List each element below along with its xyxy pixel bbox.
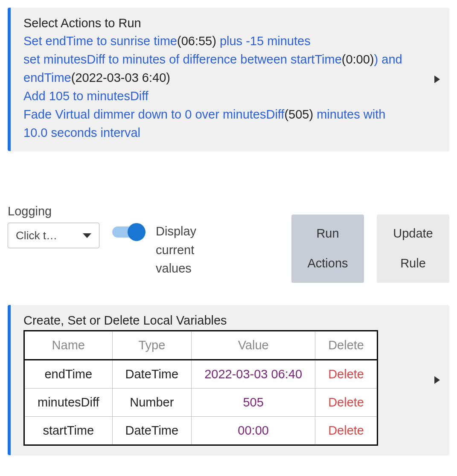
table-row: minutesDiff Number 505 Delete (24, 388, 378, 416)
logging-dropdown-text: Click t… (16, 229, 57, 242)
expand-right-icon[interactable] (434, 376, 440, 384)
actions-panel-title: Select Actions to Run (23, 16, 437, 30)
delete-button[interactable]: Delete (315, 388, 378, 416)
var-name[interactable]: minutesDiff (24, 388, 113, 416)
table-header-row: Name Type Value Delete (24, 331, 378, 360)
display-values-toggle[interactable] (112, 226, 144, 238)
var-value[interactable]: 00:00 (192, 416, 315, 445)
action-text[interactable]: Add 105 to minutesDiff (23, 89, 148, 103)
logging-block: Logging Click t… (8, 204, 99, 248)
delete-button[interactable]: Delete (315, 360, 378, 388)
update-rule-button[interactable]: Update Rule (377, 215, 449, 282)
action-text: (505) (284, 107, 313, 121)
var-name[interactable]: startTime (24, 416, 113, 445)
action-text: ) (374, 52, 378, 66)
var-name[interactable]: endTime (24, 360, 113, 388)
col-delete: Delete (315, 331, 378, 360)
actions-panel: Select Actions to Run Set endTime to sun… (8, 8, 449, 151)
actions-body: Set endTime to sunrise time(06:55) plus … (23, 32, 437, 142)
variables-panel-title: Create, Set or Delete Local Variables (23, 313, 437, 328)
col-value: Value (192, 331, 315, 360)
chevron-down-icon (83, 233, 91, 238)
var-type: Number (112, 388, 192, 416)
var-type: DateTime (112, 360, 192, 388)
variables-table: Name Type Value Delete endTime DateTime … (23, 330, 378, 446)
action-text: (0:00) (342, 52, 374, 66)
action-text[interactable]: plus -15 minutes (216, 34, 311, 48)
expand-right-icon[interactable] (434, 75, 440, 83)
var-value[interactable]: 2022-03-03 06:40 (192, 360, 315, 388)
action-text[interactable]: set minutesDiff to minutes of difference… (23, 52, 342, 66)
delete-button[interactable]: Delete (315, 416, 378, 445)
toggle-knob (128, 223, 146, 241)
variables-panel: Create, Set or Delete Local Variables Na… (8, 305, 449, 455)
display-values-toggle-block: Display current values (112, 222, 228, 278)
action-text[interactable]: Set endTime to sunrise time (23, 34, 177, 48)
var-value[interactable]: 505 (192, 388, 315, 416)
action-text[interactable]: Fade Virtual dimmer down to 0 over minut… (23, 107, 284, 121)
table-row: startTime DateTime 00:00 Delete (24, 416, 378, 445)
logging-dropdown[interactable]: Click t… (8, 223, 99, 248)
display-values-label: Display current values (156, 222, 228, 278)
controls-row: Logging Click t… Display current values … (8, 204, 449, 282)
action-text: (2022-03-03 6:40) (71, 71, 170, 84)
col-type: Type (112, 331, 192, 360)
action-text: (06:55) (177, 34, 216, 48)
table-row: endTime DateTime 2022-03-03 06:40 Delete (24, 360, 378, 388)
logging-label: Logging (8, 204, 99, 218)
col-name: Name (24, 331, 113, 360)
var-type: DateTime (112, 416, 192, 445)
run-actions-button[interactable]: Run Actions (291, 215, 364, 282)
